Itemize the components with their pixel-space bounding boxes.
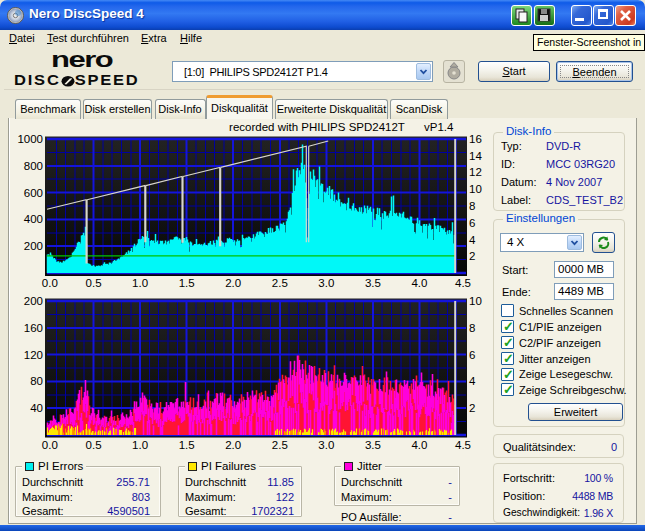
- svg-text:400: 400: [24, 213, 43, 225]
- svg-text:160: 160: [24, 322, 43, 334]
- svg-text:4.0: 4.0: [411, 439, 427, 451]
- svg-text:1.0: 1.0: [132, 277, 148, 289]
- svg-text:12: 12: [469, 166, 482, 178]
- svg-text:3.5: 3.5: [365, 277, 381, 289]
- svg-text:10: 10: [469, 295, 482, 307]
- svg-text:200: 200: [24, 295, 43, 307]
- svg-text:0.0: 0.0: [42, 439, 58, 451]
- svg-text:4: 4: [469, 234, 476, 246]
- svg-text:2: 2: [469, 402, 475, 414]
- svg-text:6: 6: [469, 217, 475, 229]
- svg-text:1.5: 1.5: [179, 439, 195, 451]
- svg-text:80: 80: [30, 375, 43, 387]
- svg-text:3.0: 3.0: [318, 439, 334, 451]
- svg-text:120: 120: [24, 349, 43, 361]
- svg-text:6: 6: [469, 349, 475, 361]
- svg-text:vP1.4: vP1.4: [424, 121, 454, 133]
- svg-text:3.5: 3.5: [365, 439, 381, 451]
- svg-text:10: 10: [469, 183, 482, 195]
- svg-text:4: 4: [469, 375, 476, 387]
- svg-text:14: 14: [469, 150, 482, 162]
- svg-text:3.0: 3.0: [318, 277, 334, 289]
- svg-text:2.0: 2.0: [225, 277, 241, 289]
- svg-text:recorded with PHILIPS SPD2412T: recorded with PHILIPS SPD2412T: [229, 121, 405, 133]
- svg-text:2.5: 2.5: [272, 439, 288, 451]
- svg-text:600: 600: [24, 187, 43, 199]
- svg-text:40: 40: [30, 402, 43, 414]
- svg-text:1.0: 1.0: [132, 439, 148, 451]
- svg-text:0.5: 0.5: [86, 439, 102, 451]
- svg-text:0.0: 0.0: [42, 277, 58, 289]
- svg-text:4.5: 4.5: [455, 439, 471, 451]
- svg-text:1000: 1000: [17, 133, 43, 145]
- svg-text:2.0: 2.0: [225, 439, 241, 451]
- svg-text:1.5: 1.5: [179, 277, 195, 289]
- svg-text:4.5: 4.5: [455, 277, 471, 289]
- svg-text:2: 2: [469, 250, 475, 262]
- svg-text:16: 16: [469, 133, 482, 145]
- svg-text:200: 200: [24, 240, 43, 252]
- svg-text:8: 8: [469, 200, 475, 212]
- svg-text:800: 800: [24, 160, 43, 172]
- svg-text:0.5: 0.5: [86, 277, 102, 289]
- svg-text:2.5: 2.5: [272, 277, 288, 289]
- svg-text:8: 8: [469, 322, 475, 334]
- svg-text:4.0: 4.0: [411, 277, 427, 289]
